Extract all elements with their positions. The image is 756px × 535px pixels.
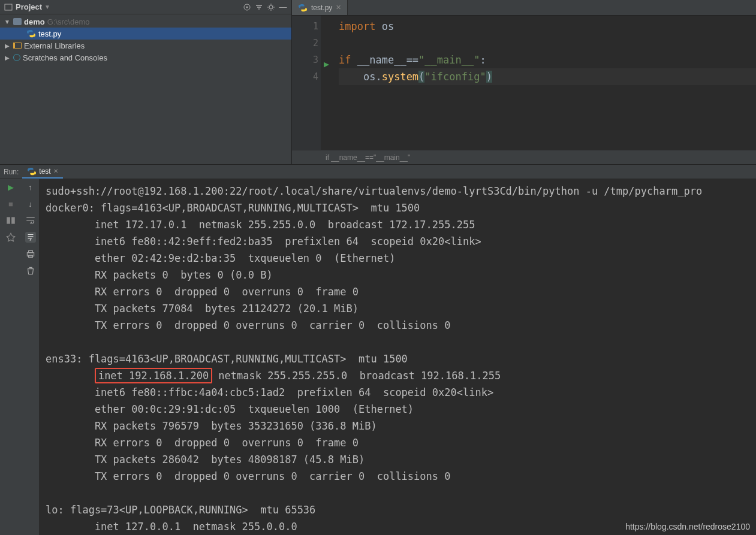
svg-rect-4 (7, 217, 10, 223)
run-sidebar-2: ↑ ↓ (22, 179, 40, 535)
down-icon[interactable]: ↓ (25, 198, 36, 209)
gear-icon[interactable] (266, 2, 276, 12)
close-icon[interactable]: ✕ (336, 4, 341, 11)
stop-icon[interactable]: ■ (5, 198, 16, 209)
run-label: Run: (4, 168, 19, 176)
python-file-icon (26, 29, 36, 38)
scratch-icon (13, 54, 20, 61)
root-path: G:\src\demo (47, 17, 90, 26)
tree-root[interactable]: ▼ demo G:\src\demo (0, 16, 291, 28)
trash-icon[interactable] (25, 265, 36, 276)
run-tab[interactable]: test ✕ (22, 165, 62, 179)
line-number: 1 (292, 18, 318, 35)
run-header: Run: test ✕ (0, 165, 756, 179)
code-area[interactable]: import osif __name__=="__main__": os.sys… (333, 16, 756, 150)
run-gutter-icon[interactable]: ▶ (324, 56, 329, 72)
rerun-icon[interactable]: ▶ (5, 182, 16, 192)
svg-point-2 (246, 6, 248, 8)
python-file-icon (298, 3, 308, 13)
editor-body: 1 2 3▶ 4 import osif __name__=="__main__… (292, 16, 756, 150)
project-header: Project ▼ — (0, 0, 291, 14)
print-icon[interactable] (25, 249, 36, 259)
chevron-right-icon[interactable]: ▶ (4, 55, 11, 61)
layout-icon[interactable] (5, 215, 16, 226)
breadcrumb-text: if __name__=="__main__" (326, 153, 410, 162)
scroll-to-end-icon[interactable] (25, 232, 36, 243)
console-ens-rest: inet6 fe80::ffbc:4a04:cbc5:1ad2 prefixle… (46, 386, 493, 482)
soft-wrap-icon[interactable] (25, 215, 36, 226)
editor-tab[interactable]: test.py ✕ (292, 0, 348, 15)
tree-file-selected[interactable]: test.py (0, 28, 291, 40)
editor-tab-label: test.py (311, 4, 332, 12)
project-tree[interactable]: ▼ demo G:\src\demo test.py ▶ External Li… (0, 14, 291, 65)
file-name: test.py (38, 29, 61, 38)
chevron-right-icon[interactable]: ▶ (4, 43, 11, 49)
console-cmd: sudo+ssh://root@192.168.1.200:22/root/.l… (46, 185, 702, 197)
console-output[interactable]: sudo+ssh://root@192.168.1.200:22/root/.l… (40, 179, 756, 535)
svg-rect-7 (28, 250, 32, 252)
svg-rect-5 (11, 217, 15, 223)
scratches-label: Scratches and Consoles (23, 53, 107, 62)
editor-tabs: test.py ✕ (292, 0, 756, 16)
watermark: https://blog.csdn.net/redrose2100 (625, 522, 750, 531)
up-icon[interactable]: ↑ (25, 182, 36, 192)
pin-icon[interactable] (5, 232, 16, 243)
library-icon (13, 43, 22, 49)
gutter[interactable]: 1 2 3▶ 4 (292, 16, 321, 150)
console-docker: docker0: flags=4163<UP,BROADCAST,RUNNING… (46, 202, 481, 331)
target-icon[interactable] (242, 2, 252, 12)
project-title[interactable]: Project (16, 2, 42, 11)
breadcrumb[interactable]: if __name__=="__main__" (292, 150, 756, 164)
svg-point-3 (269, 5, 273, 9)
root-name: demo (24, 17, 45, 26)
console-ens-head: ens33: flags=4163<UP,BROADCAST,RUNNING,M… (46, 353, 408, 365)
project-view-icon (4, 2, 13, 12)
tree-external-libraries[interactable]: ▶ External Libraries (0, 40, 291, 52)
close-icon[interactable]: ✕ (53, 168, 58, 174)
editor-panel: test.py ✕ 1 2 3▶ 4 import osif __name__=… (292, 0, 756, 164)
chevron-down-icon[interactable]: ▼ (44, 4, 50, 10)
line-number: 3▶ (292, 52, 318, 68)
python-file-icon (27, 167, 37, 176)
collapse-all-icon[interactable] (254, 2, 264, 12)
external-label: External Libraries (24, 41, 85, 50)
run-tool-window: Run: test ✕ ▶ ■ ↑ ↓ (0, 164, 756, 535)
highlighted-ip: inet 192.168.1.200 (95, 368, 212, 383)
line-number: 4 (292, 68, 318, 85)
folder-icon (13, 18, 22, 25)
project-tool-window: Project ▼ — ▼ demo G:\sr (0, 0, 292, 164)
tree-scratches[interactable]: ▶ Scratches and Consoles (0, 52, 291, 64)
run-tab-label: test (39, 167, 50, 176)
chevron-down-icon[interactable]: ▼ (4, 19, 11, 25)
run-sidebar-1: ▶ ■ (0, 179, 22, 535)
hide-icon[interactable]: — (278, 2, 288, 12)
svg-rect-0 (5, 4, 12, 10)
line-number: 2 (292, 35, 318, 52)
console-lo: lo: flags=73<UP,LOOPBACK,RUNNING> mtu 65… (46, 504, 315, 533)
